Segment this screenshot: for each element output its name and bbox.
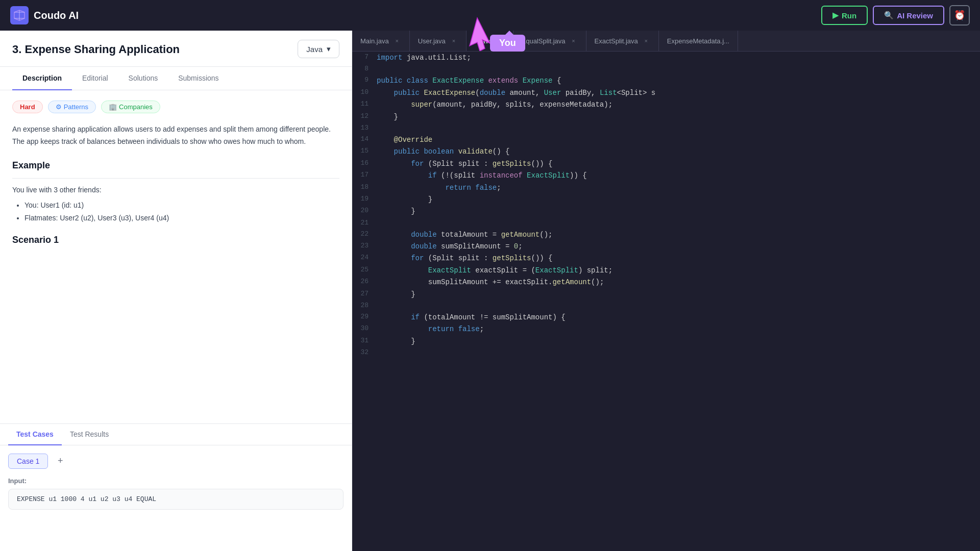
code-line: 21 (352, 217, 980, 229)
line-content: super(amount, paidBy, splits, expenseMet… (377, 98, 980, 110)
line-number: 15 (352, 145, 377, 157)
run-button[interactable]: ▶ Run (821, 6, 868, 25)
bullet-you: You: User1 (id: u1) (24, 199, 339, 212)
tab-solutions[interactable]: Solutions (118, 67, 168, 90)
add-case-button[interactable]: + (53, 454, 67, 468)
line-number: 20 (352, 205, 377, 217)
code-line: 26 sumSplitAmount += exactSplit.getAmoun… (352, 276, 980, 288)
line-content (377, 300, 980, 311)
line-number: 27 (352, 288, 377, 300)
code-line: 28 (352, 300, 980, 311)
language-selector[interactable]: Java ▾ (298, 40, 339, 58)
code-line: 8 (352, 63, 980, 74)
play-icon: ▶ (832, 11, 839, 20)
top-bar: Coudo AI ▶ Run 🔍 AI Review ⏰ (0, 0, 980, 31)
line-number: 28 (352, 300, 377, 311)
line-content: public class ExactExpense extends Expens… (377, 74, 980, 86)
line-number: 26 (352, 276, 377, 288)
line-content: public boolean validate() { (377, 145, 980, 157)
code-line: 32 (352, 347, 980, 358)
line-number: 25 (352, 264, 377, 276)
test-panel: Test Cases Test Results Case 1 + Input: … (0, 423, 352, 551)
line-number: 8 (352, 63, 377, 74)
input-label: Input: (8, 477, 344, 485)
close-tab-main[interactable]: × (393, 37, 401, 45)
example-heading: Example (12, 160, 339, 171)
bullet-flatmates: Flatmates: User2 (u2), User3 (u3), User4… (24, 212, 339, 224)
line-content (377, 217, 980, 229)
line-content: for (Split split : getSplits()) { (377, 252, 980, 264)
code-line: 13 (352, 122, 980, 134)
line-content: } (377, 288, 980, 300)
line-content: double totalAmount = getAmount(); (377, 229, 980, 240)
example-intro: You live with 3 other friends: (12, 186, 339, 194)
code-line: 16 for (Split split : getSplits()) { (352, 158, 980, 169)
line-number: 7 (352, 52, 377, 63)
close-tab-active[interactable]: × (497, 37, 505, 45)
line-number: 9 (352, 74, 377, 86)
line-content: ExactSplit exactSplit = (ExactSplit) spl… (377, 264, 980, 276)
tab-submissions[interactable]: Submissions (168, 67, 229, 90)
tags-row: Hard ⚙ Patterns 🏢 Companies (12, 101, 339, 113)
test-panel-tabs: Test Cases Test Results (0, 424, 352, 445)
code-line: 10 public ExactExpense(double amount, Us… (352, 87, 980, 98)
line-content: return false; (377, 323, 980, 335)
code-line: 9public class ExactExpense extends Expen… (352, 74, 980, 86)
top-actions: ▶ Run 🔍 AI Review ⏰ (821, 5, 970, 26)
line-number: 13 (352, 122, 377, 134)
tab-equal-split[interactable]: EqualSplit.java × (513, 31, 586, 51)
line-content (377, 347, 980, 358)
tab-editorial[interactable]: Editorial (72, 67, 118, 90)
line-content: } (377, 335, 980, 347)
difficulty-tag: Hard (12, 101, 43, 113)
code-editor[interactable]: 7import java.util.List;89public class Ex… (352, 52, 980, 551)
case-1-tab[interactable]: Case 1 (8, 454, 48, 469)
tab-exact-split[interactable]: ExactSplit.java × (586, 31, 659, 51)
patterns-tag[interactable]: ⚙ Patterns (48, 101, 96, 113)
line-content: sumSplitAmount += exactSplit.getAmount()… (377, 276, 980, 288)
line-content: @Override (377, 134, 980, 145)
line-number: 23 (352, 240, 377, 252)
code-line: 22 double totalAmount = getAmount(); (352, 229, 980, 240)
section-divider (12, 178, 339, 179)
tab-user-java[interactable]: User.java × (410, 31, 467, 51)
input-box[interactable]: EXPENSE u1 1000 4 u1 u2 u3 u4 EQUAL (8, 489, 344, 510)
companies-tag[interactable]: 🏢 Companies (101, 101, 160, 113)
test-panel-body: Case 1 + Input: EXPENSE u1 1000 4 u1 u2 … (0, 445, 352, 551)
chevron-down-icon: ▾ (327, 44, 331, 54)
close-tab-user[interactable]: × (450, 37, 458, 45)
tab-expense-metadata[interactable]: ExpenseMetadata.j... (659, 31, 738, 51)
tab-description[interactable]: Description (12, 67, 72, 90)
problem-header: 3. Expense Sharing Application Java ▾ (0, 31, 352, 67)
test-results-tab[interactable]: Test Results (62, 424, 117, 445)
ai-review-button[interactable]: 🔍 AI Review (873, 6, 944, 25)
line-number: 12 (352, 111, 377, 122)
test-cases-tab[interactable]: Test Cases (8, 424, 62, 445)
line-content: } (377, 111, 980, 122)
line-content: if (totalAmount != sumSplitAmount) { (377, 311, 980, 323)
clock-button[interactable]: ⏰ (949, 5, 970, 26)
tab-active-java[interactable]: ...java × (467, 31, 513, 51)
code-line: 20 } (352, 205, 980, 217)
line-number: 24 (352, 252, 377, 264)
editor-tabs: Main.java × User.java × ...java × EqualS… (352, 31, 980, 52)
companies-icon: 🏢 (109, 103, 117, 111)
close-tab-exact[interactable]: × (642, 37, 650, 45)
line-content: } (377, 193, 980, 205)
scenario-heading: Scenario 1 (12, 235, 339, 245)
nav-tabs: Description Editorial Solutions Submissi… (0, 67, 352, 90)
line-content (377, 63, 980, 74)
code-line: 29 if (totalAmount != sumSplitAmount) { (352, 311, 980, 323)
line-number: 32 (352, 347, 377, 358)
line-number: 21 (352, 217, 377, 229)
close-tab-equal[interactable]: × (570, 37, 578, 45)
line-number: 18 (352, 182, 377, 193)
line-number: 16 (352, 158, 377, 169)
code-line: 14 @Override (352, 134, 980, 145)
line-content: } (377, 205, 980, 217)
code-line: 30 return false; (352, 323, 980, 335)
code-line: 15 public boolean validate() { (352, 145, 980, 157)
line-number: 30 (352, 323, 377, 335)
tab-main-java[interactable]: Main.java × (352, 31, 410, 51)
line-number: 11 (352, 98, 377, 110)
